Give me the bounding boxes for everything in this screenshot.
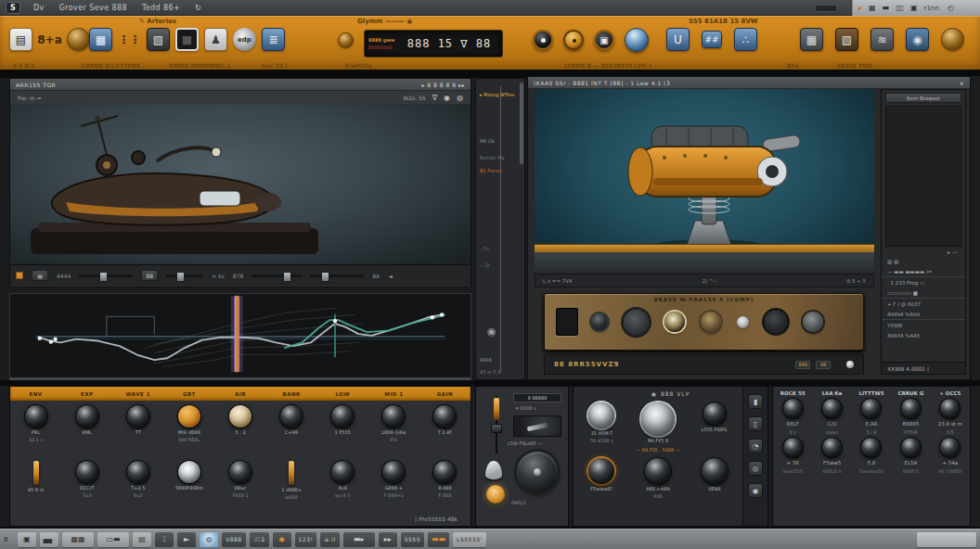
device-footer-button[interactable]: 88	[816, 361, 831, 369]
toolbar-icon[interactable]: ▤	[9, 28, 32, 51]
strip-slider[interactable]	[251, 274, 302, 277]
taskbar-button[interactable]: 5555	[401, 532, 424, 547]
side-button[interactable]: ▯	[748, 416, 763, 431]
transport-button[interactable]	[563, 30, 584, 50]
curve-svg[interactable]	[10, 294, 471, 376]
taskbar-button[interactable]: ≡ il	[320, 532, 339, 547]
taskbar-button[interactable]: ▤	[133, 532, 151, 547]
record-indicator[interactable]	[16, 272, 23, 279]
tree-item[interactable]: ▸ Mixing WTree	[480, 92, 514, 97]
info-icon[interactable]: ◍	[457, 94, 463, 102]
toolbar-icon[interactable]: 8+a	[38, 28, 61, 51]
toolbar-icon[interactable]: edp	[233, 28, 256, 51]
dropdown-arrow-icon[interactable]: ∇	[432, 94, 437, 102]
knob[interactable]	[783, 399, 803, 418]
toolbar-icon[interactable]: ##	[702, 31, 722, 48]
device-knob[interactable]	[624, 310, 649, 335]
taskbar-end-segment[interactable]	[917, 532, 976, 547]
transport-button[interactable]: ▣	[594, 30, 614, 50]
side-button[interactable]: ◔	[748, 439, 763, 453]
device-knob[interactable]	[664, 312, 685, 332]
device-knob[interactable]	[737, 316, 749, 328]
device-footer-button[interactable]: 888	[795, 361, 810, 369]
taskbar-button[interactable]: ▣	[18, 532, 36, 547]
tray-icon[interactable]: ▣	[910, 4, 918, 12]
taskbar-button[interactable]: .l⌶å	[250, 532, 269, 547]
knob[interactable]	[33, 461, 39, 485]
knob[interactable]	[822, 438, 842, 457]
taskbar-button[interactable]: L55555'	[453, 532, 486, 547]
tray-icon[interactable]: ▦	[869, 4, 876, 12]
menu-item[interactable]: ↻	[195, 4, 201, 12]
toolbar-icon[interactable]: U	[666, 28, 690, 51]
device-power-led[interactable]	[846, 361, 854, 368]
right-viewport-titlebar[interactable]: (KAA5 55r - 8881 INT T [88] - 1 Low 4.1 …	[528, 77, 970, 88]
tray-icon[interactable]: ◴	[948, 4, 954, 12]
menu-item[interactable]: Grover Seve 888	[59, 4, 127, 12]
sidebar-resize-grip[interactable]: ▸ —	[882, 247, 965, 256]
knob[interactable]	[331, 405, 354, 428]
menubar-mini-button[interactable]	[815, 5, 837, 12]
toolbar-icon[interactable]: ⋮⋮	[118, 28, 141, 51]
toolbar-icon[interactable]: ●	[67, 28, 90, 51]
knob[interactable]	[822, 399, 842, 418]
knob[interactable]	[433, 461, 456, 483]
right-3d-viewport[interactable]	[535, 89, 874, 271]
toolbar-icon[interactable]: ▧	[147, 28, 170, 51]
sidebar-property-row[interactable]: ▥ ▤	[882, 256, 965, 266]
module-main-knob[interactable]	[517, 452, 558, 492]
taskbar-button[interactable]: ▸▸	[379, 532, 397, 547]
knob[interactable]	[25, 405, 47, 428]
taskbar-button[interactable]: 123!	[295, 532, 317, 547]
knob[interactable]	[382, 405, 405, 428]
tray-icon[interactable]: ▸	[858, 4, 862, 12]
tree-item[interactable]: MK Dk	[480, 138, 495, 144]
tree-scrollbar[interactable]	[520, 83, 523, 164]
toolbar-icon[interactable]: ▧	[835, 28, 858, 51]
toolbar-icon[interactable]: ≣	[262, 28, 285, 51]
sidebar-empty-list[interactable]	[885, 106, 961, 247]
strip-button[interactable]: ▤	[32, 270, 48, 281]
module-tag[interactable]: 8 88888	[513, 393, 561, 402]
strip-slider[interactable]	[79, 274, 133, 277]
taskbar-button[interactable]: ▭▬	[97, 532, 129, 547]
tree-item[interactable]: Render Mx	[480, 155, 505, 160]
knob[interactable]	[331, 461, 354, 483]
strip-button[interactable]: 88	[141, 270, 158, 281]
toolbar-icon[interactable]: ∴	[734, 28, 757, 51]
app-logo-icon[interactable]: S	[6, 2, 20, 14]
knob[interactable]	[178, 405, 200, 428]
taskbar-button[interactable]: ▬▬	[428, 532, 449, 547]
sidebar-property-row[interactable]: ▭▭▭▭▭ ■	[882, 287, 965, 298]
toolbar-icon[interactable]: ▦	[800, 28, 823, 51]
knob[interactable]	[127, 405, 149, 428]
knob[interactable]	[588, 402, 614, 428]
tree-item[interactable]: B1 Preset	[480, 168, 502, 173]
tray-icon[interactable]: ▯▯	[896, 4, 904, 12]
tree-item[interactable]: 8888	[480, 357, 492, 363]
module-thumbnail[interactable]	[513, 415, 561, 437]
strip-back-icon[interactable]: ◄	[388, 273, 393, 279]
knob[interactable]	[645, 458, 671, 484]
knob[interactable]	[702, 458, 728, 484]
strip-slider[interactable]	[166, 274, 203, 277]
knob[interactable]	[641, 402, 675, 436]
toolbar-icon[interactable]: ♟	[204, 28, 227, 51]
toolbar-icon[interactable]: ■	[175, 28, 199, 51]
device-knob[interactable]	[765, 311, 787, 333]
knob[interactable]	[76, 405, 98, 428]
toolbar-icon[interactable]: ◉	[906, 28, 929, 51]
side-button[interactable]: ◉	[748, 483, 763, 498]
taskbar-button[interactable]: ▬▸	[343, 532, 375, 547]
knob[interactable]	[289, 461, 294, 485]
knob[interactable]	[901, 399, 921, 418]
device-knob[interactable]	[701, 312, 721, 332]
taskbar-button[interactable]: V888	[222, 532, 246, 547]
sidebar-property-row[interactable]: + F / @ 6037	[882, 298, 965, 309]
toolbar-icon[interactable]: ●	[941, 28, 964, 51]
knob[interactable]	[229, 405, 251, 428]
knob[interactable]	[382, 461, 405, 483]
knob[interactable]	[861, 399, 881, 418]
toolbar-icon[interactable]: ▦	[89, 28, 112, 51]
knob[interactable]	[229, 461, 251, 483]
